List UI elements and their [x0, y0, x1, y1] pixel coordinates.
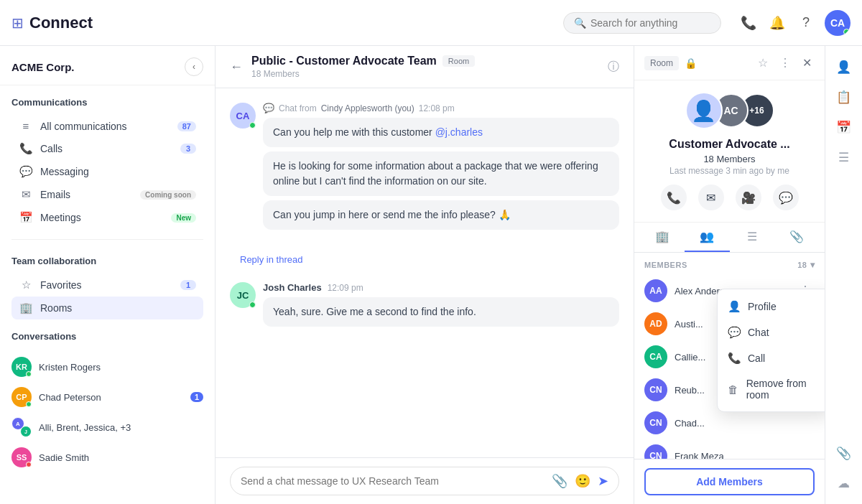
chad-name: Chad Peterson [39, 392, 190, 403]
josh-meta: Josh Charles 12:09 pm [263, 282, 619, 293]
sadie-avatar: SS [11, 447, 32, 467]
add-members-section: Add Members [634, 459, 825, 504]
icon-rail: 👤 📋 📅 ☰ 📎 ☁ [825, 46, 862, 504]
user-avatar[interactable]: CA [825, 10, 851, 36]
sidebar-item-calls[interactable]: 📞 Calls 3 [11, 137, 203, 160]
callie-avatar: CA [644, 345, 667, 368]
close-panel-button[interactable]: ✕ [800, 53, 815, 73]
chad-online-dot [26, 401, 32, 407]
calls-label: Calls [40, 143, 180, 154]
chat-input-area: 📎 🙂 ➤ [216, 457, 634, 504]
rp-chat-button[interactable]: 💬 [773, 185, 799, 210]
josh-avatar: JC [230, 282, 256, 308]
chad-rp-avatar: CN [644, 411, 667, 434]
chad-avatar: CP [11, 387, 32, 407]
chat-area: ← Public - Customer Advocate Team Room 1… [216, 46, 634, 504]
remove-icon: 🗑 [728, 383, 739, 396]
tab-attachments[interactable]: 📎 [774, 223, 819, 252]
rail-contact-button[interactable]: 👤 [830, 53, 858, 80]
context-menu-profile[interactable]: 👤 Profile [718, 294, 825, 319]
members-label: MEMBERS [644, 261, 687, 269]
cindy-time: 12:08 pm [419, 103, 455, 113]
add-members-button[interactable]: Add Members [644, 468, 815, 495]
conversations-title: Conversations [11, 331, 203, 342]
sidebar-item-favorites[interactable]: ☆ Favorites 1 [11, 274, 203, 297]
remove-label: Remove from room [746, 378, 821, 401]
favorites-label: Favorites [40, 279, 180, 291]
rail-list-button[interactable]: ☰ [830, 144, 858, 171]
sidebar-item-messaging[interactable]: 💬 Messaging [11, 160, 203, 183]
chat-input[interactable] [241, 475, 544, 487]
back-button[interactable]: ← [230, 60, 243, 75]
star-button[interactable]: ☆ [755, 53, 771, 73]
rp-email-button[interactable]: ✉ [698, 185, 724, 210]
context-menu-call[interactable]: 📞 Call [718, 345, 825, 371]
sidebar-item-emails[interactable]: ✉ Emails Coming soon [11, 183, 203, 206]
conv-item-chad[interactable]: CP Chad Peterson 1 [0, 382, 215, 412]
favorites-badge: 1 [180, 280, 196, 290]
cindy-bubbles: Can you help me with this customer @j.ch… [263, 118, 619, 230]
rp-quick-actions: 📞 ✉ 🎥 💬 [661, 185, 799, 210]
conv-item-sadie[interactable]: SS Sadie Smith [0, 442, 215, 472]
conv-item-multi[interactable]: A J Alli, Brent, Jessica, +3 [0, 412, 215, 442]
messaging-label: Messaging [40, 166, 196, 177]
member-item-frank[interactable]: CN Frank Meza [634, 439, 825, 459]
member-item-alex[interactable]: AA Alex Anderson ⋮ 👤 Profile 💬 Chat 📞 [634, 274, 825, 307]
context-menu-remove[interactable]: 🗑 Remove from room [718, 371, 825, 407]
rp-last-message: Last message 3 min ago by me [669, 166, 789, 176]
send-icon[interactable]: ➤ [598, 473, 608, 489]
help-nav-button[interactable]: ? [793, 10, 819, 36]
team-collab-section: Team collaboration ☆ Favorites 1 🏢 Rooms [0, 244, 215, 325]
rp-video-button[interactable]: 🎥 [736, 185, 761, 210]
multi-avatar: A J [11, 417, 32, 437]
sidebar-item-rooms[interactable]: 🏢 Rooms [11, 297, 203, 319]
phone-nav-button[interactable]: 📞 [736, 10, 761, 36]
cindy-bubble-3: Can you jump in here or send me the info… [263, 200, 619, 230]
rail-cloud-button[interactable]: ☁ [830, 470, 858, 497]
call-icon: 📞 [728, 352, 741, 365]
rail-attach-button[interactable]: 📎 [830, 439, 858, 467]
rp-profile-section: 👤 AC +16 Customer Advocate ... 18 Member… [634, 80, 825, 223]
members-count: 18 ▾ [797, 260, 815, 270]
main-layout: ACME Corp. ‹ Communications ≡ All commun… [0, 46, 862, 504]
context-menu-chat[interactable]: 💬 Chat [718, 319, 825, 345]
emoji-icon[interactable]: 🙂 [575, 473, 590, 489]
chat-header: ← Public - Customer Advocate Team Room 1… [216, 46, 634, 88]
sidebar-item-all-communications[interactable]: ≡ All communications 87 [11, 115, 203, 137]
meetings-label: Meetings [40, 212, 171, 223]
search-input[interactable] [590, 17, 710, 29]
all-comms-label: All communications [40, 121, 177, 132]
conv-item-kristen[interactable]: KR Kristen Rogers [0, 352, 215, 382]
all-comms-badge: 87 [177, 121, 196, 131]
search-icon: 🔍 [574, 17, 586, 29]
rp-members-header: MEMBERS 18 ▾ [634, 253, 825, 274]
room-tag-badge: Room [442, 55, 475, 67]
sidebar-item-meetings[interactable]: 📅 Meetings New [11, 206, 203, 229]
cindy-bubble-1: Can you help me with this customer @j.ch… [263, 118, 619, 147]
cindy-message-content: 💬 Chat from Cindy Applesworth (you) 12:0… [263, 103, 619, 230]
profile-icon: 👤 [728, 300, 741, 313]
info-icon[interactable]: ⓘ [608, 60, 619, 75]
coming-soon-badge: Coming soon [140, 190, 196, 200]
rp-call-button[interactable]: 📞 [661, 185, 687, 210]
chat-input-box: 📎 🙂 ➤ [230, 467, 619, 495]
more-options-button[interactable]: ⋮ [777, 53, 794, 73]
search-bar[interactable]: 🔍 [563, 12, 721, 34]
reply-in-thread[interactable]: Reply in thread [230, 248, 619, 271]
tab-list[interactable]: ☰ [730, 223, 774, 252]
brand-title: Connect [29, 14, 93, 32]
rail-table-button[interactable]: 📋 [830, 83, 858, 111]
chat-title: Public - Customer Advocate Team Room [251, 55, 608, 67]
chat-label: Chat [748, 327, 769, 338]
cindy-avatar: CA [230, 103, 256, 129]
collapse-sidebar-button[interactable]: ‹ [185, 57, 203, 76]
rail-calendar-button[interactable]: 📅 [830, 113, 858, 141]
right-panel-header: Room 🔒 ☆ ⋮ ✕ [634, 46, 825, 80]
josh-message-content: Josh Charles 12:09 pm Yeah, sure. Give m… [263, 282, 619, 327]
attachment-icon[interactable]: 📎 [552, 473, 567, 489]
bell-nav-button[interactable]: 🔔 [764, 10, 790, 36]
tab-members[interactable]: 👥 [685, 223, 729, 252]
josh-bubbles: Yeah, sure. Give me a second to find the… [263, 297, 619, 327]
tab-building[interactable]: 🏢 [640, 223, 685, 252]
calls-icon: 📞 [19, 142, 33, 155]
